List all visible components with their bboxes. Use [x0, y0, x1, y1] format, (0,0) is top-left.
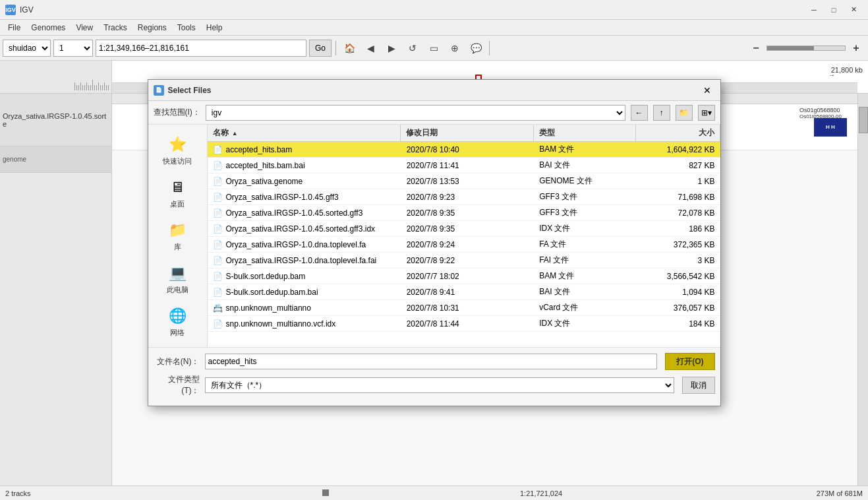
- file-name-cell: 📄 Oryza_sativa.IRGSP-1.0.45.gff3: [208, 191, 401, 204]
- file-name: Oryza_sativa.genome: [226, 177, 303, 186]
- new-folder-button[interactable]: 📁: [676, 105, 693, 121]
- file-date: 2020/7/8 9:24: [401, 239, 534, 251]
- table-row[interactable]: 📄 Oryza_sativa.IRGSP-1.0.dna.toplevel.fa…: [208, 253, 720, 268]
- dialog-overlay: 📄 Select Files ✕ 查找范围(I)： igv ← ↑ 📁 ⊞▾: [0, 0, 868, 500]
- file-icon: 📄: [213, 192, 223, 203]
- file-type: IDX 文件: [534, 222, 636, 235]
- table-row[interactable]: 📄 accepted_hits.bam.bai 2020/7/8 11:41 B…: [208, 158, 720, 173]
- dialog-icon: 📄: [154, 85, 164, 96]
- filetype-select[interactable]: 所有文件（*.*）: [205, 377, 674, 393]
- table-row[interactable]: 📄 S-bulk.sort.dedup.bam.bai 2020/7/8 9:4…: [208, 284, 720, 300]
- dialog-title: Select Files: [168, 86, 699, 95]
- footer-buttons: 打开(O): [665, 353, 714, 370]
- shortcut-network[interactable]: 🌐 网络: [151, 301, 204, 342]
- table-row[interactable]: 📄 Oryza_sativa.IRGSP-1.0.45.sorted.gff3.…: [208, 221, 720, 237]
- footer-cancel-buttons: 取消: [682, 377, 715, 394]
- network-label: 网络: [170, 328, 185, 338]
- file-date: 2020/7/8 13:53: [401, 175, 534, 187]
- dialog-body: ⭐ 快速访问 🖥 桌面 📁 库 💻 此电脑: [148, 125, 720, 347]
- file-date: 2020/7/8 9:22: [401, 255, 534, 266]
- file-name-cell: 📄 S-bulk.sort.dedup.bam: [208, 270, 401, 283]
- file-type: BAM 文件: [534, 142, 636, 156]
- file-name: snp.unknown_multianno.vcf.idx: [226, 319, 336, 328]
- file-size: 1,094 KB: [636, 286, 720, 298]
- dialog-close-button[interactable]: ✕: [699, 83, 715, 98]
- file-name: snp.unknown_multianno: [226, 303, 311, 313]
- network-icon: 🌐: [167, 305, 188, 327]
- file-icon: 📄: [213, 176, 223, 187]
- file-type: GENOME 文件: [534, 174, 636, 188]
- file-date: 2020/7/8 9:35: [401, 223, 534, 235]
- file-date: 2020/7/8 11:41: [401, 160, 534, 172]
- file-name-cell: 📄 accepted_hits.bam: [208, 143, 401, 156]
- desktop-icon: 🖥: [167, 177, 188, 198]
- file-icon: 📄: [213, 287, 223, 297]
- shortcut-desktop[interactable]: 🖥 桌面: [151, 173, 204, 213]
- file-icon: 📄: [213, 239, 223, 250]
- file-name-cell: 📄 Oryza_sativa.IRGSP-1.0.45.sorted.gff3: [208, 206, 401, 220]
- table-row[interactable]: 📇 snp.unknown_multianno 2020/7/8 10:31 v…: [208, 300, 720, 316]
- table-row[interactable]: 📄 S-bulk.sort.dedup.bam 2020/7/7 18:02 B…: [208, 268, 720, 284]
- file-size: 1,604,922 KB: [636, 144, 720, 156]
- table-row[interactable]: 📄 Oryza_sativa.IRGSP-1.0.45.gff3 2020/7/…: [208, 189, 720, 205]
- table-row[interactable]: 📄 Oryza_sativa.genome 2020/7/8 13:53 GEN…: [208, 173, 720, 189]
- file-name: accepted_hits.bam.bai: [226, 161, 305, 170]
- file-icon: 📄: [213, 271, 223, 282]
- app-window: IGV IGV ─ □ ✕ File Genomes View Tracks R…: [0, 0, 868, 500]
- header-type[interactable]: 类型: [534, 125, 636, 141]
- file-name: accepted_hits.bam: [226, 145, 293, 154]
- file-size: 3 KB: [636, 255, 720, 266]
- file-icon: 📇: [213, 303, 223, 313]
- file-name-cell: 📄 Oryza_sativa.IRGSP-1.0.45.sorted.gff3.…: [208, 222, 401, 235]
- quick-access-label: 快速访问: [163, 156, 192, 166]
- library-icon: 📁: [167, 220, 188, 241]
- file-name-cell: 📄 Oryza_sativa.IRGSP-1.0.dna.toplevel.fa…: [208, 254, 401, 267]
- shortcut-library[interactable]: 📁 库: [151, 216, 204, 256]
- up-folder-button[interactable]: ↑: [653, 105, 670, 121]
- shortcut-quick-access[interactable]: ⭐ 快速访问: [151, 130, 204, 170]
- file-type: BAI 文件: [534, 158, 636, 172]
- shortcut-this-pc[interactable]: 💻 此电脑: [151, 259, 204, 299]
- file-name: Oryza_sativa.IRGSP-1.0.dna.toplevel.fa: [226, 240, 366, 249]
- dialog-footer: 文件名(N)： 打开(O) 文件类型(T)： 所有文件（*.*） 取消: [148, 347, 720, 406]
- file-icon: 📄: [213, 255, 223, 266]
- path-select[interactable]: igv: [206, 105, 625, 121]
- file-name-cell: 📄 Oryza_sativa.genome: [208, 175, 401, 188]
- header-date[interactable]: 修改日期: [401, 125, 533, 141]
- dialog-toolbar: 查找范围(I)： igv ← ↑ 📁 ⊞▾: [148, 101, 720, 125]
- this-pc-label: 此电脑: [167, 285, 188, 295]
- sort-arrow: ▲: [232, 130, 238, 137]
- file-list-header: 名称 ▲ 修改日期 类型 大小: [208, 125, 720, 142]
- file-size: 3,566,542 KB: [636, 270, 720, 282]
- table-row[interactable]: 📄 Oryza_sativa.IRGSP-1.0.45.sorted.gff3 …: [208, 205, 720, 221]
- cancel-button[interactable]: 取消: [682, 377, 715, 394]
- file-name: S-bulk.sort.dedup.bam: [226, 272, 306, 281]
- table-row[interactable]: 📄 Oryza_sativa.IRGSP-1.0.dna.toplevel.fa…: [208, 237, 720, 253]
- path-label: 查找范围(I)：: [154, 107, 200, 118]
- open-button[interactable]: 打开(O): [665, 353, 714, 370]
- view-button[interactable]: ⊞▾: [698, 105, 715, 121]
- file-size: 372,365 KB: [636, 239, 720, 251]
- filename-row: 文件名(N)： 打开(O): [154, 353, 715, 370]
- file-name: Oryza_sativa.IRGSP-1.0.45.sorted.gff3.id…: [226, 224, 376, 234]
- file-date: 2020/7/8 10:31: [401, 302, 534, 314]
- file-size: 72,078 KB: [636, 207, 720, 219]
- file-date: 2020/7/8 9:35: [401, 207, 534, 219]
- file-type: BAM 文件: [534, 269, 636, 283]
- filename-input[interactable]: [205, 354, 658, 369]
- file-name: Oryza_sativa.IRGSP-1.0.45.sorted.gff3: [226, 208, 363, 218]
- file-name-cell: 📄 Oryza_sativa.IRGSP-1.0.dna.toplevel.fa: [208, 238, 401, 251]
- table-row[interactable]: 📄 accepted_hits.bam 2020/7/8 10:40 BAM 文…: [208, 142, 720, 158]
- file-type: IDX 文件: [534, 317, 636, 330]
- file-name-cell: 📄 accepted_hits.bam.bai: [208, 159, 401, 172]
- table-row[interactable]: 📄 snp.unknown_multianno.vcf.idx 2020/7/8…: [208, 316, 720, 332]
- file-list: 📄 accepted_hits.bam 2020/7/8 10:40 BAM 文…: [208, 142, 720, 347]
- file-name-cell: 📇 snp.unknown_multianno: [208, 301, 401, 315]
- file-date: 2020/7/8 9:41: [401, 286, 534, 298]
- quick-access-icon: ⭐: [167, 134, 188, 155]
- header-size[interactable]: 大小: [636, 125, 720, 141]
- back-button[interactable]: ←: [631, 105, 648, 121]
- file-name-cell: 📄 snp.unknown_multianno.vcf.idx: [208, 317, 401, 330]
- select-files-dialog: 📄 Select Files ✕ 查找范围(I)： igv ← ↑ 📁 ⊞▾: [148, 79, 721, 406]
- header-name[interactable]: 名称 ▲: [208, 125, 401, 141]
